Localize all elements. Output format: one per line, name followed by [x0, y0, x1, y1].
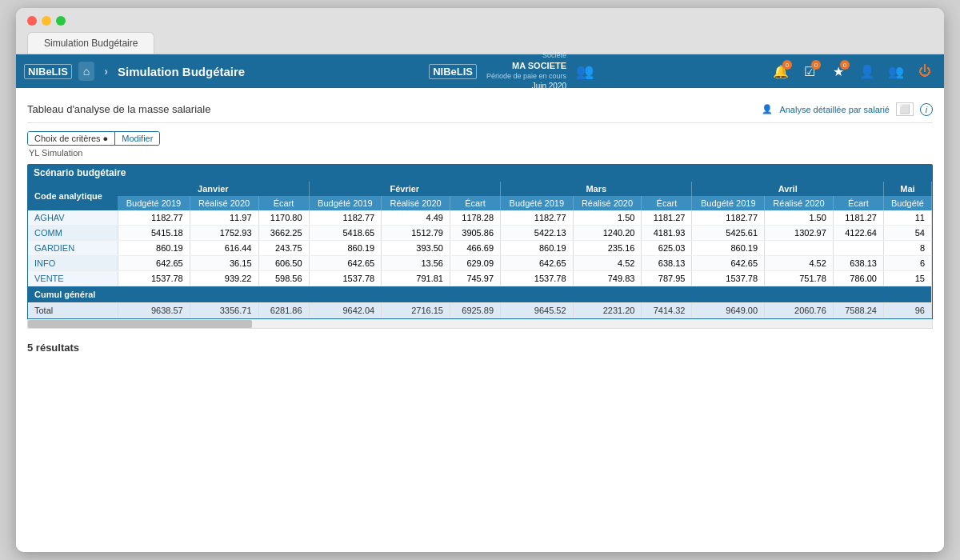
export-icon[interactable]: ⬜: [896, 102, 914, 116]
total-label: Total: [28, 303, 118, 318]
dot-yellow[interactable]: [42, 16, 51, 26]
company-users-icon: 👥: [576, 62, 594, 80]
criteria-bar: Choix de critères ● Modifier: [27, 131, 160, 146]
table-cell: 4.52: [573, 256, 642, 271]
table-cell: INFO: [28, 256, 118, 271]
total-apr-b: 9649.00: [692, 303, 765, 318]
table-cell: 13.56: [382, 256, 450, 271]
table-row: COMM5415.181752.933662.255418.651512.793…: [28, 226, 932, 241]
header-sub-row: Budgété 2019 Réalisé 2020 Écart Budgété …: [28, 196, 932, 210]
table-cell: 625.03: [642, 241, 692, 256]
team-button[interactable]: 👥: [885, 60, 907, 82]
table-cell: 749.83: [573, 271, 642, 286]
dot-green[interactable]: [56, 16, 66, 26]
table-cell: 860.19: [118, 241, 190, 256]
horizontal-scrollbar[interactable]: [27, 319, 933, 329]
jan-realise-header: Réalisé 2020: [190, 196, 258, 210]
apr-realise-header: Réalisé 2020: [765, 196, 834, 210]
tasks-button[interactable]: ☑ 0: [798, 60, 821, 82]
table-row: VENTE1537.78939.22598.561537.78791.81745…: [28, 271, 932, 286]
table-cell: 1182.77: [501, 210, 574, 226]
table-cell: 860.19: [692, 241, 765, 256]
table-cell: 939.22: [190, 271, 258, 286]
table-cell: 8: [883, 241, 931, 256]
total-feb-e: 6925.89: [450, 303, 500, 318]
feb-realise-header: Réalisé 2020: [382, 196, 450, 210]
table-cell: 1181.27: [833, 210, 883, 226]
notifications-button[interactable]: 🔔 0: [770, 60, 792, 82]
table-cell: 1302.97: [765, 226, 834, 241]
navbar-right: 🔔 0 ☑ 0 ★ 0 👤 👥 ⏻: [770, 60, 936, 82]
info-icon[interactable]: i: [920, 103, 933, 116]
page-header-title: Tableau d'analyse de la masse salariale: [27, 103, 210, 115]
browser-tab[interactable]: Simulation Budgétaire: [27, 32, 154, 54]
table-cell: 1182.77: [118, 210, 190, 226]
company-name: MA SOCIETE: [512, 60, 566, 71]
browser-chrome: Simulation Budgétaire: [16, 8, 944, 54]
table-cell: 5422.13: [501, 226, 574, 241]
users-icon: 👥: [888, 64, 904, 79]
feb-ecart-header: Écart: [450, 196, 500, 210]
table-cell: 1.50: [573, 210, 642, 226]
nibelis-logo-center: NIBeLIS: [429, 64, 477, 79]
table-cell: 1537.78: [118, 271, 190, 286]
table-cell: 4181.93: [642, 226, 692, 241]
table-cell: 243.75: [258, 241, 309, 256]
table-cell: 642.65: [692, 256, 765, 271]
table-cell: 745.97: [450, 271, 500, 286]
table-cell: 11.97: [190, 210, 258, 226]
table-cell: [765, 241, 834, 256]
favorites-button[interactable]: ★ 0: [827, 60, 850, 82]
bell-badge: 0: [782, 60, 792, 70]
table-cell: 1170.80: [258, 210, 309, 226]
table-cell: 1182.77: [692, 210, 765, 226]
table-cell: 1537.78: [309, 271, 382, 286]
table-row: AGHAV1182.7711.971170.801182.774.491178.…: [28, 210, 932, 226]
total-apr-r: 2060.76: [765, 303, 834, 318]
period-label: Période de paie en cours: [486, 72, 566, 82]
detail-link[interactable]: Analyse détaillée par salarié: [779, 105, 890, 114]
table-cell: 751.78: [765, 271, 834, 286]
table-cell: 4.52: [765, 256, 834, 271]
total-mar-r: 2231.20: [573, 303, 642, 318]
table-cell: 606.50: [258, 256, 309, 271]
col-mai-header: Mai: [883, 182, 931, 196]
profile-button[interactable]: 👤: [856, 60, 878, 82]
table-body: AGHAV1182.7711.971170.801182.774.491178.…: [28, 210, 932, 286]
navbar: NIBeLIS ⌂ › Simulation Budgétaire NIBeLI…: [16, 54, 944, 88]
total-mai-b: 96: [883, 303, 931, 318]
table-cell: 860.19: [309, 241, 382, 256]
table-cell: 642.65: [118, 256, 190, 271]
home-button[interactable]: ⌂: [78, 62, 94, 81]
user-icon: 👤: [859, 64, 875, 79]
table-cell: 3662.25: [258, 226, 309, 241]
apr-budgete-header: Budgété 2019: [692, 196, 765, 210]
table-cell: 1182.77: [309, 210, 382, 226]
table-cell: 466.69: [450, 241, 500, 256]
breadcrumb-separator: ›: [104, 65, 108, 78]
table-cell: 629.09: [450, 256, 500, 271]
table-cell: VENTE: [28, 271, 118, 286]
power-button[interactable]: ⏻: [914, 60, 936, 82]
table-cell: 598.56: [258, 271, 309, 286]
mai-budgete-header: Budgété: [883, 196, 931, 210]
company-label: Société: [542, 51, 566, 61]
table-wrapper[interactable]: Code analytique Janvier Février Mars Avr…: [27, 182, 933, 319]
table-cell: 638.13: [833, 256, 883, 271]
user-detail-icon: 👤: [762, 104, 773, 114]
total-jan-r: 3356.71: [190, 303, 258, 318]
table-cell: 791.81: [382, 271, 450, 286]
table-cell: 642.65: [309, 256, 382, 271]
criteria-modifier-button[interactable]: Modifier: [115, 132, 159, 145]
col-fevrier-header: Février: [309, 182, 500, 196]
table-cell: 786.00: [833, 271, 883, 286]
table-row: INFO642.6536.15606.50642.6513.56629.0964…: [28, 256, 932, 271]
total-feb-r: 2716.15: [382, 303, 450, 318]
dot-red[interactable]: [27, 16, 37, 26]
table-cell: 1181.27: [642, 210, 692, 226]
scrollbar-thumb[interactable]: [28, 320, 252, 328]
jan-ecart-header: Écart: [258, 196, 309, 210]
col-janvier-header: Janvier: [118, 182, 309, 196]
total-mar-b: 9645.52: [501, 303, 574, 318]
header-group-row: Code analytique Janvier Février Mars Avr…: [28, 182, 932, 196]
